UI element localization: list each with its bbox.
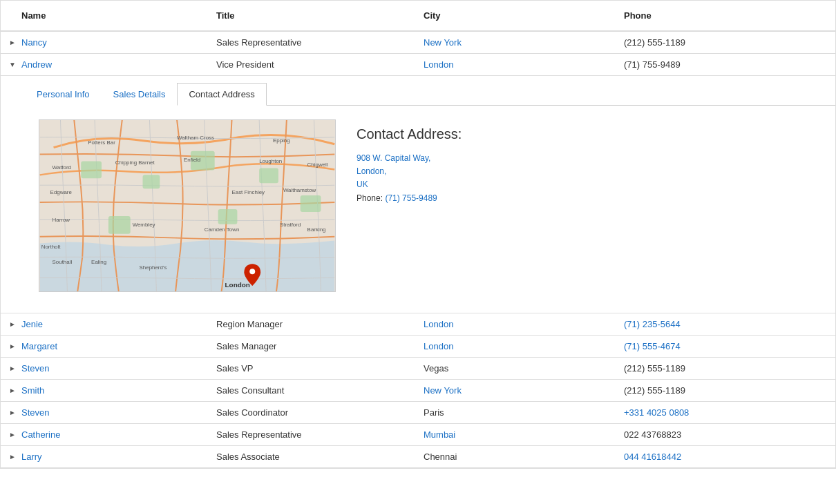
name-link[interactable]: Smith — [21, 385, 44, 396]
map-svg: Potters Bar Waltham Cross Epping Watford… — [39, 120, 335, 291]
name-link[interactable]: Larry — [21, 452, 42, 462]
row-city-cell: Chennai — [415, 446, 616, 467]
row-city-cell: London — [415, 336, 616, 357]
row-name-cell: ► Larry — [1, 446, 208, 467]
row-title-cell: Sales Manager — [208, 336, 415, 357]
row-city-cell: Vegas — [415, 358, 616, 379]
expand-icon[interactable]: ► — [8, 386, 17, 396]
svg-text:Northolt: Northolt — [41, 244, 61, 250]
table-row: ► Steven Sales VP Vegas (212) 555-1189 — [1, 358, 835, 380]
name-link[interactable]: Catherine — [21, 429, 60, 440]
row-phone-cell: (212) 555-1189 — [616, 358, 809, 379]
row-city-cell: London — [415, 54, 616, 75]
table-row: ► Jenie Region Manager London (71) 235-5… — [1, 313, 835, 336]
city-link[interactable]: London — [424, 59, 453, 70]
name-link[interactable]: Steven — [21, 407, 49, 418]
row-phone-cell: 044 41618442 — [616, 446, 809, 467]
tab-bar: Personal Info Sales Details Contact Addr… — [25, 83, 835, 106]
header-name: Name — [1, 6, 208, 25]
table-row: ► Smith Sales Consultant New York (212) … — [1, 380, 835, 402]
svg-text:Shepherd's: Shepherd's — [140, 264, 167, 271]
expand-icon[interactable]: ► — [8, 408, 17, 418]
row-city-cell: New York — [415, 32, 616, 53]
table-row: ► Nancy Sales Representative New York (2… — [1, 32, 835, 54]
svg-rect-7 — [218, 209, 238, 224]
svg-text:Ealing: Ealing — [91, 259, 106, 265]
svg-text:Chigwell: Chigwell — [307, 162, 328, 168]
phone-link[interactable]: (71) 555-4674 — [624, 341, 681, 351]
svg-text:Edgware: Edgware — [50, 189, 73, 195]
row-title-cell: Sales Representative — [208, 32, 415, 53]
tab-sales[interactable]: Sales Details — [102, 83, 178, 106]
name-link[interactable]: Jenie — [21, 319, 43, 329]
expand-icon[interactable]: ► — [8, 342, 17, 351]
row-phone-cell: +331 4025 0808 — [616, 402, 809, 423]
table-row: ▼ Andrew Vice President London (71) 755-… — [1, 54, 835, 76]
city-link[interactable]: London — [424, 341, 453, 351]
tab-contact[interactable]: Contact Address — [177, 83, 266, 106]
row-title-cell: Sales VP — [208, 358, 415, 379]
tab-personal[interactable]: Personal Info — [25, 83, 102, 106]
row-name-cell: ► Smith — [1, 380, 208, 401]
map-container: Potters Bar Waltham Cross Epping Watford… — [39, 119, 336, 292]
expanded-content: Personal Info Sales Details Contact Addr… — [25, 76, 835, 313]
expanded-panel: Personal Info Sales Details Contact Addr… — [1, 76, 835, 313]
row-title-cell: Sales Representative — [208, 424, 415, 445]
row-phone-cell: 022 43768823 — [616, 424, 809, 445]
city-link[interactable]: London — [424, 319, 453, 329]
contact-phone: (71) 755-9489 — [385, 193, 437, 203]
row-name-cell: ► Jenie — [1, 313, 208, 335]
svg-text:Barking: Barking — [307, 226, 326, 233]
header-phone: Phone — [616, 6, 809, 25]
tab-content: Potters Bar Waltham Cross Epping Watford… — [25, 106, 835, 306]
row-title-cell: Sales Associate — [208, 446, 415, 467]
svg-text:Wembley: Wembley — [133, 222, 155, 228]
row-name-cell: ► Steven — [1, 358, 208, 379]
address-line1: 908 W. Capital Way, — [357, 153, 430, 163]
svg-text:Potters Bar: Potters Bar — [88, 139, 115, 146]
name-link[interactable]: Nancy — [21, 37, 47, 48]
table-row: ► Larry Sales Associate Chennai 044 4161… — [1, 446, 835, 468]
expand-icon[interactable]: ► — [8, 38, 17, 48]
svg-text:East Finchley: East Finchley — [231, 189, 265, 195]
svg-text:Southall: Southall — [53, 259, 73, 265]
svg-rect-4 — [259, 168, 278, 183]
svg-text:Watford: Watford — [53, 164, 71, 171]
expand-icon[interactable]: ► — [8, 430, 17, 440]
row-city-cell: Mumbai — [415, 424, 616, 445]
name-link[interactable]: Steven — [21, 363, 49, 374]
phone-link[interactable]: 044 41618442 — [624, 452, 681, 462]
main-table: Name Title City Phone ► Nancy Sales Repr… — [0, 0, 836, 469]
row-phone-cell: (212) 555-1189 — [616, 380, 809, 401]
svg-rect-2 — [143, 175, 160, 188]
expand-icon[interactable]: ► — [8, 364, 17, 374]
svg-point-30 — [249, 269, 255, 274]
expand-icon[interactable]: ► — [8, 320, 17, 329]
expand-icon[interactable]: ▼ — [8, 60, 17, 70]
header-city: City — [415, 6, 616, 25]
name-link[interactable]: Margaret — [21, 341, 57, 351]
svg-text:Chipping Barnet: Chipping Barnet — [115, 159, 155, 166]
city-link[interactable]: New York — [424, 37, 462, 48]
phone-link[interactable]: (71) 235-5644 — [624, 319, 681, 329]
svg-rect-6 — [108, 216, 131, 234]
phone-label: Phone: — [357, 193, 383, 203]
expand-icon[interactable]: ► — [8, 452, 17, 462]
row-city-cell: London — [415, 313, 616, 335]
row-title-cell: Region Manager — [208, 313, 415, 335]
city-link[interactable]: New York — [424, 385, 462, 396]
table-row: ► Catherine Sales Representative Mumbai … — [1, 424, 835, 446]
row-phone-cell: (71) 555-4674 — [616, 336, 809, 357]
row-name-cell: ► Steven — [1, 402, 208, 423]
row-title-cell: Sales Consultant — [208, 380, 415, 401]
name-link[interactable]: Andrew — [21, 59, 52, 70]
city-link[interactable]: Mumbai — [424, 429, 455, 440]
contact-address-title: Contact Address: — [357, 126, 462, 142]
phone-link[interactable]: +331 4025 0808 — [624, 407, 689, 418]
contact-address-details: 908 W. Capital Way, London, UK Phone: (7… — [357, 152, 462, 205]
row-phone-cell: (212) 555-1189 — [616, 32, 809, 53]
table-row: ► Margaret Sales Manager London (71) 555… — [1, 336, 835, 358]
row-city-cell: Paris — [415, 402, 616, 423]
svg-text:Epping: Epping — [273, 137, 290, 144]
row-title-cell: Sales Coordinator — [208, 402, 415, 423]
